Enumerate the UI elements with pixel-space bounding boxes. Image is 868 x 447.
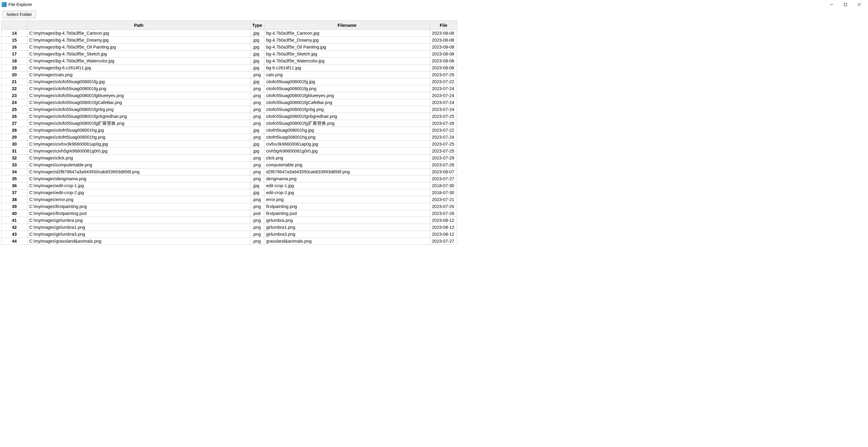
cell-date[interactable]: 2023-07-29 [430,71,457,78]
row-number[interactable]: 32 [1,155,27,161]
cell-date[interactable]: 2023-08-08 [430,64,457,71]
row-number[interactable]: 17 [1,51,27,58]
table-row[interactable]: 21C:\myimages\citofo55iuag008001fg.jpg.j… [1,78,457,85]
cell-date[interactable]: 2023-08-08 [430,30,457,37]
table-row[interactable]: 27C:\myimages\citofo55iuag008001fg扩展替换.p… [1,120,457,127]
table-row[interactable]: 39C:\myimages\firstpainting.png.pngfirst… [1,203,457,210]
cell-type[interactable]: .jpg [250,64,264,71]
cell-type[interactable]: .jpg [250,30,264,37]
table-row[interactable]: 29C:\myimages\citofrt5iuag008001hg.png.p… [1,134,457,141]
cell-date[interactable]: 2023-07-24 [430,99,457,106]
cell-filename[interactable]: bg-4.7b0a3f5e_Cartoon.jpg [264,30,430,37]
cell-filename[interactable]: citofo55iuag008001fg扩展替换.png [264,120,430,127]
row-number[interactable]: 35 [1,175,27,182]
row-number[interactable]: 25 [1,106,27,113]
close-button[interactable] [852,0,866,9]
cell-type[interactable]: .png [250,224,264,231]
cell-path[interactable]: C:\myimages\firstpainting.png [27,203,250,210]
table-row[interactable]: 26C:\myimages\citofo55iuag008001fgnbgred… [1,113,457,120]
cell-filename[interactable]: bg-4.7b0a3f5e_Oil Painting.jpg [264,44,430,51]
table-row[interactable]: 42C:\myimages\girlumbra1.png.pnggirlumbr… [1,224,457,231]
cell-path[interactable]: C:\myimages\girlumbra3.png [27,231,250,238]
cell-path[interactable]: C:\myimages\bg-4.7b0a3f5e_Dreamy.jpg [27,37,250,44]
header-rownum[interactable] [1,21,27,30]
row-number[interactable]: 30 [1,141,27,148]
cell-filename[interactable]: bg-4.7b0a3f5e_Watercolor.jpg [264,58,430,64]
row-number[interactable]: 41 [1,217,27,224]
cell-type[interactable]: .jpg [250,78,264,85]
row-number[interactable]: 15 [1,37,27,44]
cell-path[interactable]: C:\myimages\edit-crop-2.jpg [27,189,250,196]
row-number[interactable]: 29 [1,134,27,141]
maximize-button[interactable] [838,0,852,9]
row-number[interactable]: 27 [1,120,27,127]
row-number[interactable]: 42 [1,224,27,231]
cell-type[interactable]: .jpg [250,189,264,196]
cell-date[interactable]: 2023-07-27 [430,238,457,245]
table-row[interactable]: 36C:\myimages\edit-crop-1.jpg.jpgedit-cr… [1,182,457,189]
cell-date[interactable]: 2023-08-08 [430,37,457,44]
cell-filename[interactable]: grassland&animals.png [264,238,430,245]
cell-path[interactable]: C:\myimages\bg-4.7b0a3f5e_Cartoon.jpg [27,30,250,37]
cell-date[interactable]: 2023-07-25 [430,113,457,120]
cell-path[interactable]: C:\myimages\bg-4.7b0a3f5e_Sketch.jpg [27,51,250,58]
header-filename[interactable]: Filename [264,21,430,30]
cell-path[interactable]: C:\myimages\citofo55iuag008001fgnbgredha… [27,113,250,120]
cell-path[interactable]: C:\myimages\click.png [27,155,250,161]
cell-type[interactable]: .png [250,203,264,210]
cell-path[interactable]: C:\myimages\citofo55iuag008001fg扩展替换.png [27,120,250,127]
cell-type[interactable]: .png [250,217,264,224]
cell-filename[interactable]: citofo55iuag008001fgblueeyes.png [264,92,430,99]
cell-type[interactable]: .png [250,99,264,106]
cell-path[interactable]: C:\myimages\citofo55iuag008001fg.png [27,85,250,92]
table-row[interactable]: 37C:\myimages\edit-crop-2.jpg.jpgedit-cr… [1,189,457,196]
minimize-button[interactable] [825,0,838,9]
cell-type[interactable]: .png [250,120,264,127]
table-row[interactable]: 24C:\myimages\citofo55iuag008001fgCafeBa… [1,99,457,106]
cell-filename[interactable]: bg-6.c2614f11.jpg [264,64,430,71]
cell-type[interactable]: .png [250,85,264,92]
cell-type[interactable]: .jpg [250,148,264,155]
table-row[interactable]: 44C:\myimages\grassland&animals.png.pngg… [1,238,457,245]
row-number[interactable]: 36 [1,182,27,189]
cell-path[interactable]: C:\myimages\computertable.png [27,161,250,169]
cell-path[interactable]: C:\myimages\civfov3k96600081ap0g.jpg [27,141,250,148]
row-number[interactable]: 23 [1,92,27,99]
cell-date[interactable]: 2023-07-24 [430,134,457,141]
cell-filename[interactable]: error.png [264,196,430,203]
cell-path[interactable]: C:\myimages\girlumbra1.png [27,224,250,231]
row-number[interactable]: 44 [1,238,27,245]
cell-type[interactable]: .jpg [250,51,264,58]
cell-path[interactable]: C:\myimages\edit-crop-1.jpg [27,182,250,189]
cell-date[interactable]: 2023-07-25 [430,148,457,155]
table-row[interactable]: 20C:\myimages\cats.png.pngcats.png2023-0… [1,71,457,78]
cell-filename[interactable]: civfov3k96600081ap0g.jpg [264,141,430,148]
select-folder-button[interactable]: Select Folder [2,11,36,18]
cell-filename[interactable]: edit-crop-1.jpg [264,182,430,189]
row-number[interactable]: 18 [1,58,27,64]
cell-filename[interactable]: citofo55iuag008001fg.png [264,85,430,92]
cell-filename[interactable]: bg-4.7b0a3f5e_Dreamy.jpg [264,37,430,44]
cell-date[interactable]: 2023-08-07 [430,169,457,175]
cell-date[interactable]: 2023-07-26 [430,210,457,217]
cell-type[interactable]: .jpg [250,58,264,64]
cell-filename[interactable]: citofrt5iuag008001hg.png [264,134,430,141]
cell-filename[interactable]: citofo55iuag008001fgnbg.png [264,106,430,113]
cell-type[interactable]: .png [250,155,264,161]
cell-filename[interactable]: citofo55iuag008001fgCafeBar.png [264,99,430,106]
cell-path[interactable]: C:\myimages\citofrt5iuag008001hg.jpg [27,127,250,134]
cell-date[interactable]: 2023-07-25 [430,141,457,148]
cell-type[interactable]: .png [250,238,264,245]
row-number[interactable]: 19 [1,64,27,71]
cell-type[interactable]: .png [250,106,264,113]
cell-filename[interactable]: citofrt5iuag008001hg.jpg [264,127,430,134]
cell-date[interactable]: 2018-07-30 [430,182,457,189]
row-number[interactable]: 26 [1,113,27,120]
row-number[interactable]: 40 [1,210,27,217]
table-row[interactable]: 40C:\myimages\firstpainting.psd.psdfirst… [1,210,457,217]
table-row[interactable]: 16C:\myimages\bg-4.7b0a3f5e_Oil Painting… [1,44,457,51]
cell-path[interactable]: C:\myimages\citofrt5iuag008001hg.png [27,134,250,141]
header-date[interactable]: File [430,21,457,30]
row-number[interactable]: 39 [1,203,27,210]
cell-filename[interactable]: computertable.png [264,161,430,169]
